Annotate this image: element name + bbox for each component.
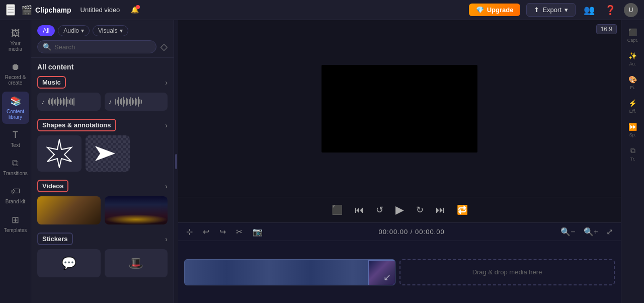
upload-icon: ⬆ [534,6,539,14]
playback-controls: ⬛ ⏮ ↺ ▶ ↻ ⏭ 🔁 [178,197,621,222]
sidebar-item-templates[interactable]: ⊞ Templates [2,210,29,237]
menu-button[interactable]: ☰ [6,4,15,16]
cut-button[interactable]: ✂ [233,225,246,238]
timeline-tracks: ↙ Drag & drop media here [178,241,621,303]
right-nav-filters[interactable]: 🎨 Fi. [623,71,643,94]
effects-icon: ⚡ [628,99,637,107]
music-expand-icon[interactable]: › [165,79,168,87]
redo-button[interactable]: ↪ [216,225,229,238]
sticker-cards: 💬 🎩 [37,249,168,277]
right-nav-speed[interactable]: ⏩ Sp. [623,119,643,141]
music-card-1[interactable]: ♪ [37,93,101,111]
aspect-ratio-badge[interactable]: 16:9 [596,24,617,34]
videos-expand-icon[interactable]: › [165,182,168,190]
search-box: 🔍 [37,40,156,53]
premium-icon-button[interactable]: ◇ [160,41,168,52]
stickers-section-button[interactable]: Stickers [37,233,73,245]
filter-audio-button[interactable]: Audio ▾ [58,25,90,36]
app-logo: 🎬 Clipchamp [21,5,71,16]
rewind-button[interactable]: ↺ [374,202,385,217]
right-nav-captions[interactable]: ⬛ Capt. [623,24,643,47]
project-title[interactable]: Untitled video [77,5,123,15]
sidebar-item-content-library[interactable]: 📚 Content library [2,92,29,124]
captions-toggle-button[interactable]: ⬛ [330,202,345,217]
share-button[interactable]: 👥 [582,3,597,18]
current-time: 00:00.00 [379,228,409,236]
right-nav-transitions[interactable]: ⧉ Tr. [623,142,643,166]
skip-forward-button[interactable]: ⏭ [434,203,447,217]
diamond-icon: 💎 [476,6,484,14]
drag-drop-area[interactable]: Drag & drop media here [399,259,615,285]
brand-kit-icon: 🏷 [11,186,20,197]
right-nav-auto[interactable]: ✨ Au. [623,48,643,70]
clip-thumbnail-inner [369,261,395,285]
upgrade-button[interactable]: 💎 Upgrade [469,4,521,16]
sidebar-item-your-media[interactable]: 🖼 Your media [2,24,29,56]
drag-drop-label: Drag & drop media here [472,268,542,276]
transitions-right-icon: ⧉ [630,146,635,155]
zoom-in-button[interactable]: 🔍+ [581,225,601,238]
video-card-overlay-1 [37,196,101,224]
shapes-expand-icon[interactable]: › [165,121,168,129]
svg-marker-0 [47,139,71,168]
fit-button[interactable]: ⤢ [603,225,616,238]
shapes-section-button[interactable]: Shapes & annotations [37,119,116,131]
videos-label: Videos [42,182,63,190]
all-content-label: All content [37,63,168,71]
filter-visuals-button[interactable]: Visuals ▾ [93,25,128,36]
right-panel: ⬛ Capt. ✨ Au. 🎨 Fi. ⚡ Eff. ⏩ Sp. ⧉ Tr. [621,20,644,303]
music-waveform-1 [48,97,74,107]
search-input[interactable] [54,43,151,51]
zoom-out-button[interactable]: 🔍− [557,225,578,238]
stickers-label: Stickers [42,235,68,243]
sticker-card-1[interactable]: 💬 [37,249,101,277]
sidebar-item-record-create[interactable]: ⏺ Record & create [2,58,29,90]
forward-button[interactable]: ↻ [414,202,426,217]
music-note-icon: ♪ [41,98,45,106]
music-note-icon-2: ♪ [109,98,112,106]
captions-label: Capt. [627,38,638,43]
snap-button[interactable]: ⊹ [183,225,196,238]
shape-card-arrow[interactable] [86,135,130,172]
stickers-section-header: Stickers › [37,233,168,245]
content-library-icon: 📚 [10,96,21,107]
record-icon: ⏺ [11,62,20,72]
notification-bell[interactable]: 🔔 [131,6,139,14]
export-button[interactable]: ⬆ Export ▾ [526,3,576,17]
sidebar-item-label: Record & create [4,74,27,86]
panel-divider[interactable] [174,20,178,303]
sidebar-item-brand-kit[interactable]: 🏷 Brand kit [2,182,29,208]
track-clip[interactable]: ↙ [184,259,395,285]
video-card-2[interactable] [105,196,168,224]
sidebar-item-text[interactable]: T Text [2,126,29,152]
sticker-card-2[interactable]: 🎩 [105,249,168,277]
stickers-expand-icon[interactable]: › [165,235,168,243]
snapshot-button[interactable]: 📷 [250,225,266,238]
effects-label: Eff. [629,109,636,114]
video-card-1[interactable] [37,196,101,224]
undo-button[interactable]: ↩ [200,225,212,238]
filters-label: Fi. [630,85,635,90]
arrow-svg [93,138,123,169]
right-nav-effects[interactable]: ⚡ Eff. [623,95,643,118]
content-panel-header: All Audio ▾ Visuals ▾ 🔍 ◇ [31,20,174,58]
music-card-2[interactable]: ♪ [105,93,168,111]
play-button[interactable]: ▶ [393,201,406,218]
topbar: ☰ 🎬 Clipchamp Untitled video 🔔 💎 Upgrade… [0,0,644,20]
shapes-section-header: Shapes & annotations › [37,119,168,131]
video-preview [321,65,477,153]
help-button[interactable]: ❓ [603,3,618,18]
user-avatar[interactable]: U [624,3,638,17]
shape-card-starburst[interactable] [37,135,82,172]
skip-back-button[interactable]: ⏮ [353,203,366,217]
loop-button[interactable]: 🔁 [455,202,470,217]
sidebar-item-label: Brand kit [6,199,25,204]
videos-section-button[interactable]: Videos [37,180,68,192]
filter-row: All Audio ▾ Visuals ▾ [37,25,168,36]
music-section-button[interactable]: Music [37,76,66,89]
sidebar-item-label: Transitions [3,171,28,176]
filter-all-button[interactable]: All [37,25,55,36]
preview-area: 16:9 ⬛ ⏮ ↺ ▶ ↻ ⏭ 🔁 [178,20,621,222]
sidebar-item-transitions[interactable]: ⧉ Transitions [2,154,29,180]
chevron-down-icon: ▾ [565,6,568,14]
